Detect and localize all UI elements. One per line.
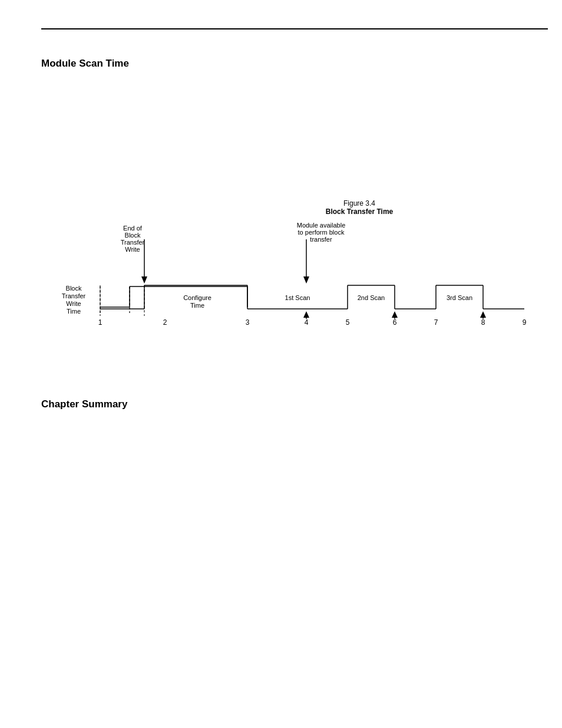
figure-caption: Figure 3.4 Block Transfer Time [171, 199, 548, 216]
svg-marker-30 [480, 311, 486, 318]
svg-marker-22 [141, 276, 147, 284]
top-rule [41, 28, 548, 29]
svg-text:1st Scan: 1st Scan [285, 294, 310, 301]
svg-text:2: 2 [163, 318, 167, 327]
page-container: Module Scan Time Figure 3.4 Block Transf… [0, 28, 562, 728]
svg-text:9: 9 [523, 318, 527, 327]
chapter-summary-title: Chapter Summary [41, 398, 562, 410]
figure-area: Figure 3.4 Block Transfer Time [41, 199, 548, 351]
svg-text:4: 4 [305, 318, 309, 327]
svg-text:Block: Block [125, 232, 141, 239]
svg-text:Transfer: Transfer [121, 239, 145, 246]
svg-marker-24 [303, 276, 309, 284]
svg-text:2nd Scan: 2nd Scan [358, 294, 385, 301]
svg-text:Module available: Module available [297, 222, 346, 229]
svg-text:6: 6 [393, 318, 397, 327]
svg-text:5: 5 [346, 318, 350, 327]
svg-text:8: 8 [481, 318, 485, 327]
svg-text:1: 1 [98, 318, 103, 327]
timing-diagram: 1 2 3 4 5 6 7 8 9 Block Transfer Write T… [53, 222, 536, 351]
svg-marker-26 [303, 311, 309, 318]
svg-text:transfer: transfer [310, 236, 332, 243]
svg-text:7: 7 [434, 318, 438, 327]
svg-text:Time: Time [190, 302, 204, 309]
figure-label: Figure 3.4 [171, 199, 548, 207]
svg-text:Write: Write [66, 300, 81, 307]
svg-text:Block: Block [66, 285, 82, 292]
svg-text:Transfer: Transfer [62, 292, 86, 299]
svg-text:Time: Time [67, 308, 81, 315]
svg-text:3rd Scan: 3rd Scan [447, 294, 472, 301]
svg-text:to perform block: to perform block [298, 229, 345, 236]
svg-text:3: 3 [246, 318, 250, 327]
svg-text:End of: End of [123, 225, 143, 232]
module-scan-time-title: Module Scan Time [41, 58, 562, 70]
svg-text:Write: Write [125, 246, 140, 253]
svg-text:Configure: Configure [183, 294, 211, 301]
figure-title: Block Transfer Time [171, 207, 548, 216]
svg-marker-28 [392, 311, 398, 318]
